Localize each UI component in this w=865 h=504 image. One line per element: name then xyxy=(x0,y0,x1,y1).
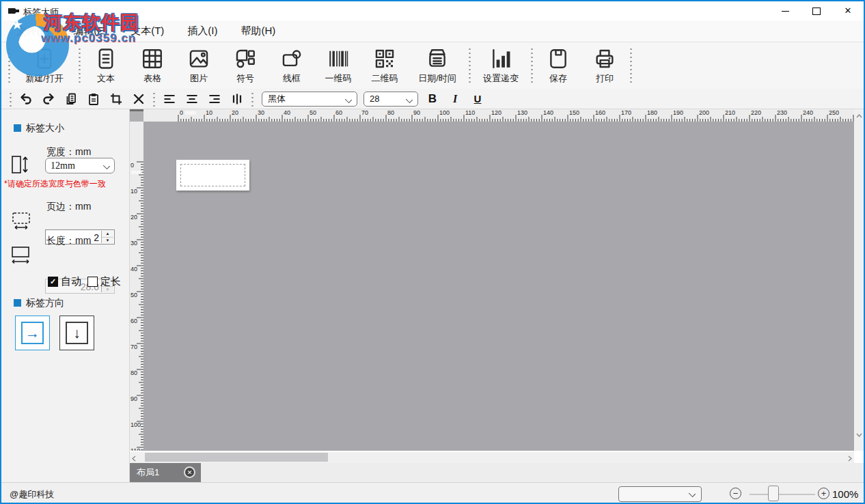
svg-text:130: 130 xyxy=(517,109,527,116)
fixed-length-checkbox[interactable] xyxy=(87,277,98,287)
width-label: 宽度：mm xyxy=(46,146,91,158)
tab-label: 布局1 xyxy=(137,466,159,479)
width-select[interactable]: 12mm xyxy=(45,158,115,173)
width-warning: *请确定所选宽度与色带一致 xyxy=(4,178,106,190)
qrcode-button[interactable]: 二维码 xyxy=(363,44,406,87)
redo-button[interactable] xyxy=(40,91,57,107)
width-icon xyxy=(10,154,30,176)
scroll-down-icon[interactable] xyxy=(854,430,864,440)
horizontal-scrollbar[interactable] xyxy=(130,452,854,463)
barcode-icon xyxy=(327,47,350,70)
print-button[interactable]: 打印 xyxy=(583,44,626,87)
svg-text:20: 20 xyxy=(131,214,137,221)
frame-button[interactable]: 线框 xyxy=(271,44,313,87)
zoom-in-button[interactable]: + xyxy=(818,488,829,499)
auto-checkbox[interactable]: ✓ xyxy=(48,277,58,287)
table-button[interactable]: 表格 xyxy=(131,44,174,87)
tab-layout1[interactable]: 布局1 ✕ xyxy=(130,463,201,482)
svg-text:90: 90 xyxy=(131,395,137,402)
menu-help[interactable]: 帮助(H) xyxy=(231,25,285,38)
menu-insert[interactable]: 插入(I) xyxy=(178,25,227,38)
qrcode-icon xyxy=(373,47,396,70)
copy-icon xyxy=(64,92,78,106)
minimize-button[interactable] xyxy=(769,1,801,20)
arrow-down-icon: ↓ xyxy=(66,322,88,344)
fixed-checkbox-row[interactable]: 定长 xyxy=(87,275,121,288)
menu-text[interactable]: 文本(T) xyxy=(121,25,174,38)
text-button[interactable]: 文本 xyxy=(85,44,127,87)
font-size-select[interactable]: 28 xyxy=(363,92,418,107)
svg-text:180: 180 xyxy=(647,109,657,116)
maximize-button[interactable] xyxy=(801,1,832,20)
delete-button[interactable] xyxy=(131,91,147,107)
italic-button[interactable]: I xyxy=(447,91,463,107)
minimize-icon xyxy=(782,11,789,12)
separator xyxy=(531,47,533,84)
label-print-area xyxy=(180,164,245,186)
underline-button[interactable]: U xyxy=(469,91,486,107)
svg-text:mm: mm xyxy=(185,109,196,116)
margin-icon xyxy=(11,210,31,231)
bold-button[interactable]: B xyxy=(424,91,441,107)
align-right-button[interactable] xyxy=(206,91,223,107)
label-shape[interactable] xyxy=(176,160,249,191)
svg-text:60: 60 xyxy=(335,109,342,116)
design-canvas[interactable] xyxy=(143,122,854,451)
zoom-out-button[interactable]: − xyxy=(730,488,741,499)
vertical-align-button[interactable] xyxy=(229,91,245,107)
save-button[interactable]: 保存 xyxy=(537,44,579,87)
zoom-slider-thumb[interactable] xyxy=(768,486,779,501)
separator xyxy=(153,92,155,107)
vertical-scrollbar[interactable] xyxy=(854,109,864,451)
printer-select[interactable] xyxy=(618,486,702,502)
scroll-up-icon[interactable] xyxy=(854,111,864,121)
spin-down-button[interactable]: ▼ xyxy=(102,238,113,244)
separator xyxy=(8,47,10,84)
length-icon xyxy=(10,244,31,265)
image-button[interactable]: 图片 xyxy=(178,44,220,87)
vertical-align-icon xyxy=(230,92,244,106)
menu-edit[interactable]: 编辑(E) xyxy=(64,25,117,38)
svg-text:160: 160 xyxy=(595,109,605,116)
section-bullet xyxy=(14,299,21,307)
align-right-icon xyxy=(208,92,221,106)
svg-text:mm: mm xyxy=(131,169,142,176)
horizontal-direction-button[interactable]: → xyxy=(15,316,50,350)
auto-checkbox-row[interactable]: ✓ 自动 xyxy=(48,275,81,288)
svg-text:80: 80 xyxy=(387,109,394,116)
svg-text:10: 10 xyxy=(206,109,212,116)
svg-text:40: 40 xyxy=(131,266,137,272)
separator xyxy=(469,47,471,84)
zoom-level: 100% xyxy=(832,488,858,500)
svg-text:190: 190 xyxy=(673,109,683,116)
zoom-slider-track[interactable] xyxy=(750,494,815,495)
print-icon xyxy=(593,47,616,70)
align-left-button[interactable] xyxy=(161,91,178,107)
copy-button[interactable] xyxy=(63,91,79,107)
close-button[interactable]: ✕ xyxy=(832,1,864,20)
menu-file[interactable]: 文件(F) xyxy=(7,25,59,38)
new-open-button[interactable]: 新建/打开 xyxy=(14,44,74,87)
vertical-direction-button[interactable]: ↓ xyxy=(59,316,94,350)
image-icon xyxy=(187,47,210,70)
horizontal-scroll-thumb[interactable] xyxy=(145,453,328,462)
symbol-button[interactable]: 符号 xyxy=(224,44,266,87)
main-toolbar: 新建/打开 文本 表格 图片 符号 线框 一维码 二维码 xyxy=(1,42,864,89)
barcode-button[interactable]: 一维码 xyxy=(317,44,359,87)
spin-up-button[interactable]: ▲ xyxy=(102,231,113,238)
tab-close-icon[interactable]: ✕ xyxy=(184,466,195,478)
align-center-button[interactable] xyxy=(184,91,200,107)
paste-button[interactable] xyxy=(85,91,102,107)
length-label: 长度：mm xyxy=(46,235,91,247)
undo-button[interactable] xyxy=(18,91,34,107)
font-family-select[interactable]: 黑体 xyxy=(262,92,357,107)
window-title: 标签大师 xyxy=(23,6,59,18)
svg-text:80: 80 xyxy=(131,369,137,376)
crop-button[interactable] xyxy=(108,91,124,107)
separator xyxy=(79,47,81,84)
paste-icon xyxy=(87,92,100,106)
datetime-button[interactable]: 日期/时间 xyxy=(410,44,465,87)
sequence-button[interactable]: 设置递变 xyxy=(475,44,527,87)
new-open-icon xyxy=(33,47,56,70)
spinner-buttons: ▲ ▼ xyxy=(101,231,113,243)
